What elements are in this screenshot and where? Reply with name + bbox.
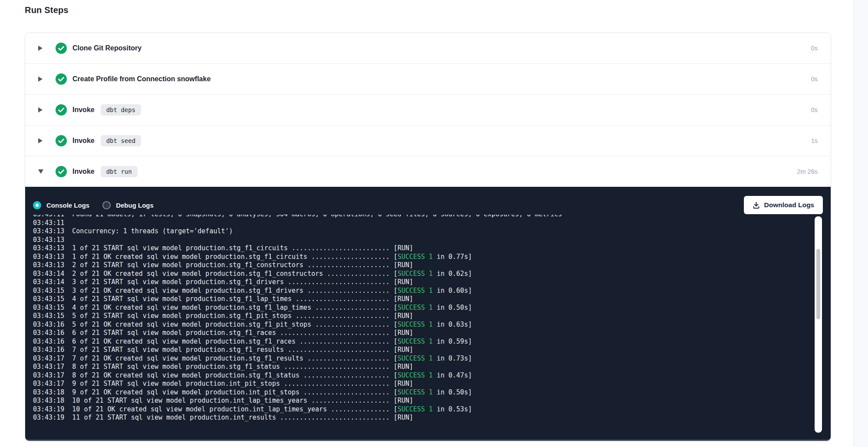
right-gutter bbox=[853, 0, 868, 447]
step-duration: 0s bbox=[811, 106, 818, 113]
step-label: Clone Git Repository bbox=[72, 44, 141, 52]
log-type-radio-group: Console Logs Debug Logs bbox=[33, 201, 154, 209]
step-label: Create Profile from Connection snowflake bbox=[72, 75, 210, 83]
log-success-status: SUCCESS 1 bbox=[398, 321, 433, 328]
log-line: 03:43:19 11 of 21 START sql view model p… bbox=[33, 414, 823, 422]
caret-right-icon[interactable] bbox=[38, 76, 45, 82]
step-command-badge: dbt seed bbox=[101, 135, 141, 146]
step-row-invoke-dbt-run[interactable]: Invoke dbt run 2m 26s bbox=[25, 156, 831, 187]
check-circle-icon bbox=[56, 43, 67, 54]
step-row-create-profile[interactable]: Create Profile from Connection snowflake… bbox=[25, 63, 831, 94]
log-line: 03:43:11 Found 21 models, 17 tests, 0 sn… bbox=[33, 215, 823, 219]
log-success-status: SUCCESS 1 bbox=[398, 304, 433, 311]
log-success-status: SUCCESS 1 bbox=[398, 338, 433, 345]
step-command-badge: dbt deps bbox=[101, 104, 141, 116]
debug-logs-label: Debug Logs bbox=[116, 202, 154, 209]
log-line: 03:43:17 8 of 21 START sql view model pr… bbox=[33, 363, 823, 371]
radio-selected-icon[interactable] bbox=[33, 201, 41, 209]
check-circle-icon bbox=[56, 166, 67, 177]
log-line: 03:43:15 4 of 21 OK created sql view mod… bbox=[33, 304, 823, 312]
caret-right-icon[interactable] bbox=[38, 46, 45, 51]
step-duration: 0s bbox=[811, 76, 818, 83]
check-circle-icon bbox=[56, 135, 67, 146]
log-success-status: SUCCESS 1 bbox=[398, 371, 433, 379]
log-line: 03:43:18 9 of 21 OK created sql view mod… bbox=[33, 388, 823, 397]
log-scrollbar-track[interactable] bbox=[815, 216, 822, 433]
log-line: 03:43:13 1 of 21 START sql view model pr… bbox=[33, 244, 823, 253]
step-duration: 1s bbox=[811, 137, 818, 144]
caret-right-icon[interactable] bbox=[38, 107, 45, 113]
step-duration: 2m 26s bbox=[797, 168, 818, 175]
log-line: 03:43:13 bbox=[33, 236, 823, 245]
step-row-invoke-dbt-seed[interactable]: Invoke dbt seed 1s bbox=[25, 125, 831, 156]
log-line: 03:43:18 10 of 21 START sql view model p… bbox=[33, 397, 823, 405]
log-line: 03:43:13 2 of 21 START sql view model pr… bbox=[33, 261, 823, 270]
log-panel-header: Console Logs Debug Logs Download Logs bbox=[33, 187, 823, 215]
log-scrollbar-thumb[interactable] bbox=[816, 249, 820, 319]
radio-unselected-icon[interactable] bbox=[102, 201, 111, 209]
log-line: 03:43:13 1 of 21 OK created sql view mod… bbox=[33, 253, 823, 262]
step-label: Invoke bbox=[72, 137, 95, 145]
log-line: 03:43:16 5 of 21 OK created sql view mod… bbox=[33, 321, 823, 329]
step-duration: 0s bbox=[811, 45, 818, 52]
log-success-status: SUCCESS 1 bbox=[398, 253, 433, 261]
step-command-badge: dbt run bbox=[101, 166, 138, 177]
page-title: Run Steps bbox=[25, 5, 69, 15]
step-label: Invoke bbox=[72, 168, 95, 175]
log-line: 03:43:16 6 of 21 START sql view model pr… bbox=[33, 329, 823, 338]
log-success-status: SUCCESS 1 bbox=[398, 270, 433, 278]
caret-down-icon[interactable] bbox=[38, 169, 45, 174]
log-line: 03:43:17 9 of 21 START sql view model pr… bbox=[33, 380, 823, 388]
log-success-status: SUCCESS 1 bbox=[398, 287, 433, 295]
log-line: 03:43:13 Concurrency: 1 threads (target=… bbox=[33, 227, 823, 236]
console-logs-radio[interactable]: Console Logs bbox=[33, 201, 89, 209]
step-label: Invoke bbox=[72, 106, 95, 114]
step-row-invoke-dbt-deps[interactable]: Invoke dbt deps 0s bbox=[25, 94, 831, 125]
debug-logs-radio[interactable]: Debug Logs bbox=[102, 201, 154, 209]
download-logs-label: Download Logs bbox=[764, 201, 814, 209]
run-steps-card: Clone Git Repository 0s Create Profile f… bbox=[25, 33, 831, 441]
log-line: 03:43:16 7 of 21 START sql view model pr… bbox=[33, 346, 823, 354]
log-success-status: SUCCESS 1 bbox=[398, 405, 433, 413]
step-row-clone-git-repository[interactable]: Clone Git Repository 0s bbox=[25, 33, 831, 63]
log-line: 03:43:14 3 of 21 START sql view model pr… bbox=[33, 278, 823, 287]
download-logs-button[interactable]: Download Logs bbox=[744, 196, 823, 214]
log-success-status: SUCCESS 1 bbox=[398, 354, 433, 362]
log-line: 03:43:15 3 of 21 OK created sql view mod… bbox=[33, 287, 823, 295]
caret-right-icon[interactable] bbox=[38, 138, 45, 143]
log-line: 03:43:11 bbox=[33, 219, 823, 228]
log-line: 03:43:14 2 of 21 OK created sql view mod… bbox=[33, 270, 823, 278]
check-circle-icon bbox=[56, 104, 67, 116]
console-log-viewport[interactable]: 03:43:11 Found 21 models, 17 tests, 0 sn… bbox=[33, 215, 823, 434]
console-logs-label: Console Logs bbox=[46, 202, 89, 209]
log-panel: Console Logs Debug Logs Download Logs 03… bbox=[25, 187, 831, 441]
log-line: 03:43:15 4 of 21 START sql view model pr… bbox=[33, 295, 823, 304]
log-line: 03:43:15 5 of 21 START sql view model pr… bbox=[33, 312, 823, 321]
download-icon bbox=[753, 202, 760, 209]
log-success-status: SUCCESS 1 bbox=[398, 388, 433, 396]
log-line: 03:43:17 7 of 21 OK created sql view mod… bbox=[33, 354, 823, 363]
log-line: 03:43:16 6 of 21 OK created sql view mod… bbox=[33, 338, 823, 346]
log-line: 03:43:17 8 of 21 OK created sql view mod… bbox=[33, 371, 823, 380]
log-line: 03:43:19 10 of 21 OK created sql view mo… bbox=[33, 405, 823, 414]
check-circle-icon bbox=[56, 73, 67, 85]
